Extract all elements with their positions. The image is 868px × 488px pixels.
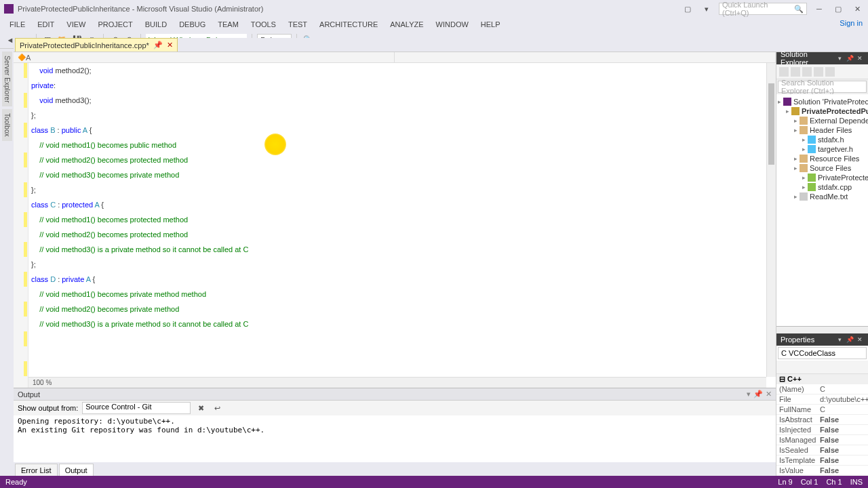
prop-value[interactable]: False <box>817 466 868 476</box>
prop-key: IsTemplate <box>776 455 817 466</box>
se-close-icon[interactable]: ✕ <box>856 54 864 62</box>
menu-analyze[interactable]: ANALYZE <box>384 19 429 30</box>
tree-item[interactable]: ▸targetver.h <box>778 144 867 154</box>
tree-item[interactable]: ▸ReadMe.txt <box>778 192 867 201</box>
tree-item[interactable]: ▸External Dependencies <box>778 116 867 125</box>
menu-tools[interactable]: TOOLS <box>245 19 281 30</box>
code-editor[interactable]: void method2();private: void method3();}… <box>14 63 776 388</box>
minimize-button[interactable]: ─ <box>812 3 826 15</box>
notification-icon[interactable]: ▢ <box>681 3 694 15</box>
se-home-icon[interactable] <box>779 67 789 77</box>
se-dropdown-icon[interactable]: ▾ <box>835 54 844 62</box>
output-close-icon[interactable]: ✕ <box>766 390 772 399</box>
menu-view[interactable]: VIEW <box>61 19 91 30</box>
quick-launch-input[interactable]: Quick Launch (Ctrl+Q)🔍 <box>719 3 807 15</box>
class-dropdown[interactable]: 🔶 A <box>14 52 395 62</box>
prop-value[interactable]: False <box>817 445 868 455</box>
output-tabs: Error ListOutput <box>14 462 776 476</box>
output-clear-icon[interactable]: ✖ <box>195 402 207 414</box>
menu-window[interactable]: WINDOW <box>431 19 474 30</box>
output-tab-output[interactable]: Output <box>59 464 94 476</box>
output-title: Output <box>18 390 40 399</box>
menu-help[interactable]: HELP <box>475 19 506 30</box>
output-source-dropdown[interactable]: Source Control - Git <box>82 402 191 414</box>
menu-bar: FILEEDITVIEWPROJECTBUILDDEBUGTEAMTOOLSTE… <box>0 18 868 31</box>
tree-item[interactable]: ▸stdafx.cpp <box>778 182 867 192</box>
properties-grid[interactable]: ⊟ C++(Name)CFiled:\youtube\c++\...FullNa… <box>776 374 868 476</box>
prop-key: IsInjected <box>776 425 817 435</box>
menu-test[interactable]: TEST <box>283 19 313 30</box>
tree-item[interactable]: ▸Resource Files <box>778 154 867 163</box>
zoom-level[interactable]: 100 % <box>28 375 56 388</box>
tree-item[interactable]: ▸stdafx.h <box>778 135 867 144</box>
status-col: Col 1 <box>801 478 818 486</box>
prop-key: IsSealed <box>776 445 817 455</box>
output-dropdown-icon[interactable]: ▾ <box>747 390 751 399</box>
prop-key: FullName <box>776 405 817 415</box>
horizontal-scrollbar[interactable]: 100 % <box>28 377 766 388</box>
prop-key: File <box>776 394 817 405</box>
solution-explorer-header: Solution Explorer ▾📌✕ <box>776 52 868 64</box>
prop-key: (Name) <box>776 384 817 394</box>
tree-item[interactable]: ▸Header Files <box>778 125 867 135</box>
sign-in-link[interactable]: Sign in <box>840 19 863 27</box>
menu-team[interactable]: TEAM <box>212 19 244 30</box>
toolbox-tab[interactable]: Toolbox <box>2 109 12 140</box>
menu-project[interactable]: PROJECT <box>92 19 138 30</box>
window-title: PrivateProtectedPublicInheritance - Micr… <box>18 5 263 13</box>
se-props-icon[interactable] <box>814 67 823 77</box>
status-ins: INS <box>850 478 863 486</box>
props-dropdown-icon[interactable]: ▾ <box>835 336 844 344</box>
document-tab[interactable]: PrivateProtectedPublicInheritance.cpp* 📌… <box>15 38 178 52</box>
pin-icon[interactable]: 📌 <box>153 41 163 49</box>
tree-item[interactable]: ▸PrivateProtectedPublicInheritance.cpp <box>778 173 867 182</box>
props-pin-icon[interactable]: 📌 <box>846 336 854 344</box>
editor-gutter <box>14 63 28 388</box>
output-tab-error-list[interactable]: Error List <box>15 464 58 476</box>
prop-value[interactable]: False <box>817 435 868 445</box>
solution-search-input[interactable]: Search Solution Explorer (Ctrl+;) <box>778 81 867 93</box>
tab-close-icon[interactable]: ✕ <box>167 41 173 49</box>
props-toolbar <box>776 361 868 374</box>
se-showall-icon[interactable] <box>825 67 835 77</box>
menu-debug[interactable]: DEBUG <box>174 19 211 30</box>
prop-value[interactable]: C <box>817 384 868 394</box>
document-tabs: PrivateProtectedPublicInheritance.cpp* 📌… <box>14 38 868 52</box>
output-pin-icon[interactable]: 📌 <box>753 390 763 399</box>
se-pin-icon[interactable]: 📌 <box>846 54 854 62</box>
tree-item[interactable]: ▸Solution 'PrivateProtectedPublicInherit… <box>778 97 867 106</box>
member-dropdown[interactable] <box>395 52 776 62</box>
maximize-button[interactable]: ▢ <box>831 3 845 15</box>
tree-item[interactable]: ▸PrivateProtectedPublicInheritance <box>778 106 867 116</box>
title-bar: PrivateProtectedPublicInheritance - Micr… <box>0 0 868 18</box>
props-close-icon[interactable]: ✕ <box>856 336 864 344</box>
tree-item[interactable]: ▸Source Files <box>778 163 867 173</box>
menu-architecture[interactable]: ARCHITECTURE <box>314 19 383 30</box>
status-bar: Ready Ln 9 Col 1 Ch 1 INS <box>0 476 868 488</box>
props-spacer <box>776 327 868 333</box>
properties-title: Properties <box>781 336 814 344</box>
server-explorer-tab[interactable]: Server Explorer <box>2 52 12 106</box>
prop-key: IsManaged <box>776 435 817 445</box>
se-collapse-icon[interactable] <box>802 67 812 77</box>
close-button[interactable]: ✕ <box>850 3 864 15</box>
prop-value[interactable]: C <box>817 405 868 415</box>
properties-header: Properties ▾📌✕ <box>776 333 868 346</box>
prop-key: IsValue <box>776 466 817 476</box>
menu-build[interactable]: BUILD <box>140 19 172 30</box>
menu-edit[interactable]: EDIT <box>32 19 60 30</box>
output-text[interactable]: Opening repository: d:\youtube\c++. An e… <box>14 415 776 462</box>
solution-tree[interactable]: ▸Solution 'PrivateProtectedPublicInherit… <box>776 94 868 326</box>
prop-value[interactable]: False <box>817 455 868 466</box>
feedback-icon[interactable]: ▾ <box>700 3 713 15</box>
output-wrap-icon[interactable]: ↩ <box>211 402 223 414</box>
prop-value[interactable]: False <box>817 415 868 425</box>
prop-value[interactable]: False <box>817 425 868 435</box>
prop-value[interactable]: d:\youtube\c++\... <box>817 394 868 405</box>
se-refresh-icon[interactable] <box>791 67 800 77</box>
menu-file[interactable]: FILE <box>4 19 31 30</box>
output-panel-header: Output ▾📌✕ <box>14 388 776 401</box>
vertical-scrollbar[interactable] <box>766 63 776 377</box>
props-object-dropdown[interactable]: C VCCodeClass <box>778 347 867 359</box>
left-tool-tabs: Server Explorer Toolbox <box>0 49 14 476</box>
